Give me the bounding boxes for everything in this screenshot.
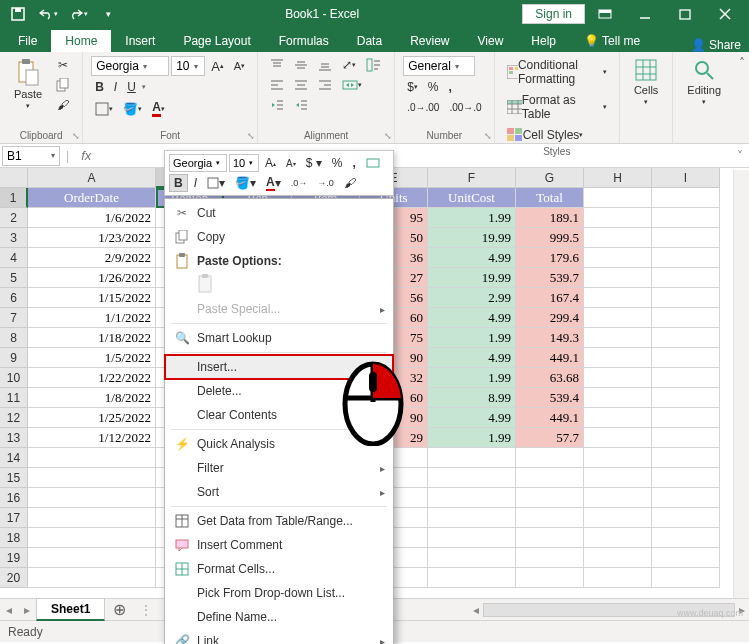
cell[interactable]: 1/6/2022 [28,208,156,228]
row-header[interactable]: 7 [0,308,28,328]
col-header-h[interactable]: H [584,168,652,188]
fill-color-button[interactable]: 🪣▾ [119,100,146,118]
cell[interactable] [652,248,720,268]
cell[interactable]: 1.99 [428,328,516,348]
row-header[interactable]: 1 [0,188,28,208]
name-box[interactable]: B1▾ [2,146,60,166]
sign-in-button[interactable]: Sign in [522,4,585,24]
cell[interactable] [584,468,652,488]
cell-styles-button[interactable]: Cell Styles ▾ [503,126,588,144]
cell[interactable] [516,488,584,508]
cell[interactable]: 1/25/2022 [28,408,156,428]
collapse-ribbon-icon[interactable]: ˄ [735,52,749,143]
row-header[interactable]: 11 [0,388,28,408]
increase-decimal-button[interactable]: .0→.00 [403,98,443,116]
cell[interactable]: 8.99 [428,388,516,408]
dialog-launcher-icon[interactable]: ⤡ [384,131,392,141]
cell[interactable]: 2/9/2022 [28,248,156,268]
cell[interactable] [584,248,652,268]
cell[interactable] [428,468,516,488]
ctx-copy[interactable]: Copy [165,225,393,249]
cell[interactable]: 1.99 [428,368,516,388]
ctx-insert-comment[interactable]: Insert Comment [165,533,393,557]
cell[interactable] [652,188,720,208]
cell[interactable]: 1/1/2022 [28,308,156,328]
row-header[interactable]: 5 [0,268,28,288]
ctx-smart-lookup[interactable]: 🔍Smart Lookup [165,326,393,350]
cell[interactable] [28,448,156,468]
cell[interactable]: 539.7 [516,268,584,288]
close-icon[interactable] [705,0,745,28]
ctx-quick-analysis[interactable]: ⚡Quick Analysis [165,432,393,456]
cell[interactable]: 4.99 [428,348,516,368]
cell[interactable]: 4.99 [428,308,516,328]
row-header[interactable]: 14 [0,448,28,468]
row-header[interactable]: 4 [0,248,28,268]
cell[interactable] [652,328,720,348]
mini-borders[interactable]: ▾ [203,174,229,192]
merge-button[interactable]: ▾ [338,76,366,94]
format-painter-button[interactable]: 🖌 [52,96,74,114]
ctx-get-data-table[interactable]: Get Data from Table/Range... [165,509,393,533]
cell[interactable]: 299.4 [516,308,584,328]
cell[interactable] [584,328,652,348]
row-header[interactable]: 10 [0,368,28,388]
ctx-pick-dropdown[interactable]: Pick From Drop-down List... [165,581,393,605]
copy-button[interactable] [52,76,74,94]
cell[interactable] [28,468,156,488]
row-header[interactable]: 17 [0,508,28,528]
cell[interactable]: 2.99 [428,288,516,308]
row-header[interactable]: 8 [0,328,28,348]
cell[interactable]: 1/23/2022 [28,228,156,248]
row-header[interactable]: 20 [0,568,28,588]
wrap-text-button[interactable] [362,56,386,74]
cell[interactable] [428,488,516,508]
tab-help[interactable]: Help [517,30,570,52]
bold-button[interactable]: B [91,78,108,96]
cell[interactable] [652,408,720,428]
cell[interactable] [584,548,652,568]
accounting-button[interactable]: $▾ [403,78,422,96]
ctx-clear-contents[interactable]: Clear Contents [165,403,393,427]
cell[interactable]: 1/5/2022 [28,348,156,368]
align-center-button[interactable] [290,76,312,94]
mini-font-color[interactable]: A▾ [262,174,285,192]
cell[interactable] [652,508,720,528]
cell[interactable] [584,388,652,408]
cell[interactable] [584,508,652,528]
cell[interactable]: 4.99 [428,248,516,268]
cell[interactable]: 1.99 [428,208,516,228]
cell[interactable] [28,568,156,588]
tab-formulas[interactable]: Formulas [265,30,343,52]
mini-italic[interactable]: I [190,174,201,192]
minimize-icon[interactable] [625,0,665,28]
align-middle-button[interactable] [290,56,312,74]
col-header-f[interactable]: F [428,168,516,188]
cell[interactable] [652,548,720,568]
cell[interactable] [516,568,584,588]
cell[interactable]: 63.68 [516,368,584,388]
add-sheet-button[interactable]: ⊕ [105,600,134,619]
cell[interactable]: 1/15/2022 [28,288,156,308]
ctx-filter[interactable]: Filter▸ [165,456,393,480]
cell[interactable] [428,548,516,568]
cell[interactable]: Total [516,188,584,208]
cell[interactable] [652,448,720,468]
cell[interactable] [516,548,584,568]
font-color-button[interactable]: A▾ [148,98,169,119]
mini-dec-decimal[interactable]: →.0 [313,174,338,192]
row-header[interactable]: 9 [0,348,28,368]
cell[interactable]: 1/8/2022 [28,388,156,408]
cell[interactable] [28,528,156,548]
cell[interactable]: 1/22/2022 [28,368,156,388]
col-header-i[interactable]: I [652,168,720,188]
cell[interactable]: 1.99 [428,428,516,448]
cell[interactable] [652,288,720,308]
cell[interactable] [584,368,652,388]
redo-icon[interactable]: ▾ [64,3,92,25]
cell[interactable] [428,448,516,468]
underline-button[interactable]: U [123,78,140,96]
borders-button[interactable]: ▾ [91,100,117,118]
align-bottom-button[interactable] [314,56,336,74]
mini-format-painter[interactable]: 🖌 [340,174,360,192]
